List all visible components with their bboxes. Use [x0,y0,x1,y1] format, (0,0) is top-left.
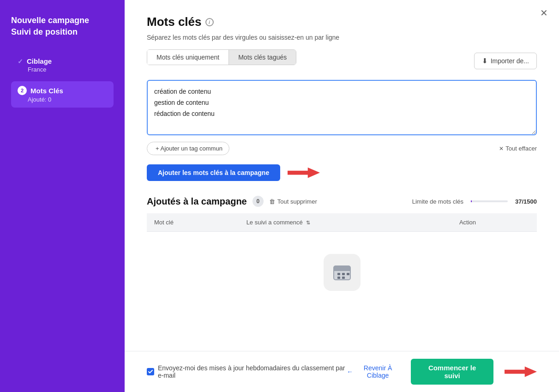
add-keywords-row: Ajouter les mots clés à la campagne [147,164,537,181]
sidebar-title: Nouvelle campagne Suivi de position [11,15,114,38]
page-title: Mots clés [147,15,202,29]
close-button[interactable]: ✕ [540,8,548,18]
info-icon[interactable]: i [205,18,214,26]
sort-icon: ⇅ [306,220,310,225]
sidebar-nav: ✓ Ciblage France 2 Mots Clés Ajouté: 0 [11,53,114,108]
section-title-row: Ajoutés à la campagne 0 🗑 Tout supprimer… [147,196,537,207]
email-checkbox-label: Envoyez-moi des mises à jour hebdomadair… [158,364,347,379]
import-button[interactable]: ⬇ Importer de... [474,53,537,69]
empty-state [147,239,537,302]
sidebar-item-mots-cles-label: Mots Clés [30,87,63,95]
check-icon: ✓ [18,58,23,65]
sidebar-item-ciblage-sub: France [18,66,107,73]
svg-rect-2 [334,266,350,271]
svg-rect-8 [347,273,349,275]
footer-right: ← Revenir À Ciblage Commencer le suivi [347,359,537,385]
content-area: Mots clés i Séparez les mots clés par de… [125,0,559,351]
svg-marker-0 [288,168,320,178]
step-number: 2 [18,86,27,95]
red-arrow [288,166,320,179]
section-title: Ajoutés à la campagne [147,196,247,207]
keywords-table: Mot clé Le suivi a commencé ⇅ Action [147,213,537,232]
tabs-row: Mots clés uniquement Mots clés tagués ⬇ … [147,49,537,72]
tab-keywords-tagged[interactable]: Mots clés tagués [228,50,296,65]
main-panel: ✕ Mots clés i Séparez les mots clés par … [125,0,559,392]
svg-rect-7 [342,277,345,279]
svg-rect-4 [337,273,340,275]
page-title-row: Mots clés i [147,15,537,29]
textarea-actions: + Ajouter un tag commun ✕ Tout effacer [147,142,537,155]
col-keyword: Mot clé [147,213,239,232]
col-tracking-started[interactable]: Le suivi a commencé ⇅ [239,213,452,232]
limit-info: Limite de mots clés 37/1500 [412,198,537,205]
sidebar-item-mots-cles[interactable]: 2 Mots Clés Ajouté: 0 [11,81,114,108]
trash-icon: 🗑 [269,198,275,205]
keyword-tabs: Mots clés uniquement Mots clés tagués [147,49,296,65]
tab-keywords-only[interactable]: Mots clés uniquement [147,50,228,65]
footer: Envoyez-moi des mises à jour hebdomadair… [125,351,559,392]
svg-rect-5 [342,273,345,275]
add-tag-button[interactable]: + Ajouter un tag commun [147,142,229,155]
add-keywords-button[interactable]: Ajouter les mots clés à la campagne [147,164,280,181]
svg-marker-9 [505,367,537,377]
footer-red-arrow [505,365,537,378]
back-button[interactable]: ← Revenir À Ciblage [347,364,400,379]
calendar-icon-wrap [324,254,361,291]
sidebar: Nouvelle campagne Suivi de position ✓ Ci… [0,0,125,392]
start-tracking-button[interactable]: Commencer le suivi [411,359,493,385]
arrow-left-icon: ← [347,368,353,375]
checkbox-row: Envoyez-moi des mises à jour hebdomadair… [147,364,347,379]
x-icon: ✕ [499,145,504,152]
sidebar-item-mots-cles-sub: Ajouté: 0 [18,96,107,103]
progress-bar [471,200,508,202]
sidebar-item-ciblage-label: Ciblage [27,57,52,65]
delete-all-button[interactable]: 🗑 Tout supprimer [269,198,317,205]
download-icon: ⬇ [482,57,488,65]
subtitle: Séparez les mots clés par des virgules o… [147,34,537,41]
limit-numbers: 37/1500 [515,198,537,205]
col-action: Action [452,213,537,232]
sidebar-item-ciblage[interactable]: ✓ Ciblage France [11,53,114,78]
checkmark-icon [148,370,153,374]
calendar-icon [331,261,353,283]
progress-bar-fill [471,200,472,202]
keywords-textarea[interactable] [147,80,537,135]
count-badge: 0 [252,196,264,207]
svg-rect-6 [337,277,340,279]
email-checkbox[interactable] [147,368,154,375]
clear-all-button[interactable]: ✕ Tout effacer [499,145,537,152]
